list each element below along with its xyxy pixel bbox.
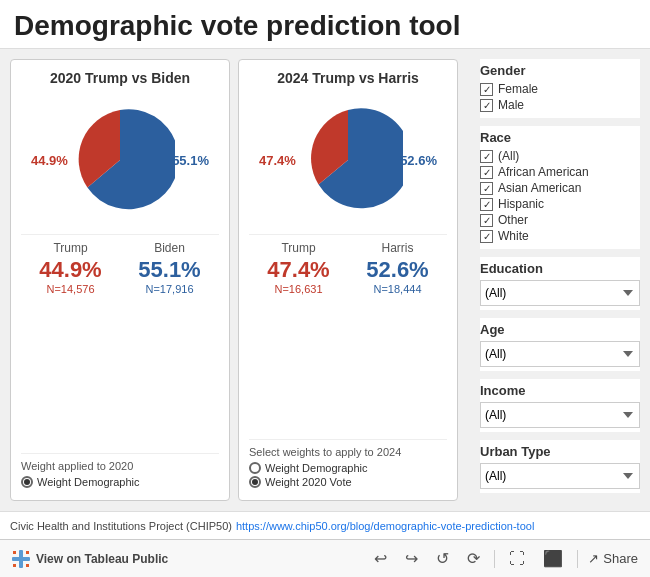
age-filter-title: Age [480, 322, 640, 337]
tableau-brand-label: View on Tableau Public [36, 552, 168, 566]
weight-2020-title: Weight applied to 2020 [21, 460, 219, 472]
education-filter-title: Education [480, 261, 640, 276]
weight-2020-label: Weight Demographic [37, 476, 140, 488]
page-title: Demographic vote prediction tool [14, 10, 636, 42]
race-other-label: Other [498, 213, 528, 227]
trump-2020-pct: 44.9% [39, 257, 101, 283]
trump-2024-stat: Trump 47.4% N=16,631 [267, 241, 329, 295]
pie-2024-trump-label: 47.4% [259, 153, 296, 168]
undo-button[interactable]: ↩ [370, 547, 391, 570]
race-african-label: African American [498, 165, 589, 179]
radio-2024-icon1 [249, 462, 261, 474]
gender-filter-group: Gender ✓ Female ✓ Male [480, 59, 640, 118]
trump-2020-n: N=14,576 [39, 283, 101, 295]
weight-2020-option[interactable]: Weight Demographic [21, 476, 219, 488]
education-dropdown[interactable]: (All) [480, 280, 640, 306]
weight-2020-section: Weight applied to 2020 Weight Demographi… [21, 453, 219, 490]
gender-male-item[interactable]: ✓ Male [480, 98, 640, 112]
trump-2024-label: Trump [267, 241, 329, 255]
footer-link[interactable]: https://www.chip50.org/blog/demographic-… [236, 520, 534, 532]
toolbar: View on Tableau Public ↩ ↪ ↺ ⟳ ⛶ ⬛ ↗ Sha… [0, 539, 650, 577]
income-filter-title: Income [480, 383, 640, 398]
race-white-label: White [498, 229, 529, 243]
pie-2024-container: 47.4% 52.6% [249, 100, 447, 220]
pie-2024-harris-label: 52.6% [400, 153, 437, 168]
urban-filter-title: Urban Type [480, 444, 640, 459]
reset-button[interactable]: ↺ [432, 547, 453, 570]
age-dropdown[interactable]: (All) [480, 341, 640, 367]
header: Demographic vote prediction tool [0, 0, 650, 49]
fullscreen-button[interactable]: ⛶ [505, 548, 529, 570]
race-all-item[interactable]: ✓ (All) [480, 149, 640, 163]
chart-2020-card: 2020 Trump vs Biden 44.9% 55.1% Trump [10, 59, 230, 501]
svg-rect-4 [13, 564, 16, 567]
weight-2024-option2[interactable]: Weight 2020 Vote [249, 476, 447, 488]
harris-2024-label: Harris [366, 241, 428, 255]
race-hispanic-checkbox[interactable]: ✓ [480, 198, 493, 211]
urban-filter-group: Urban Type (All) [480, 440, 640, 493]
refresh-button[interactable]: ⟳ [463, 547, 484, 570]
race-african-item[interactable]: ✓ African American [480, 165, 640, 179]
toolbar-controls: ↩ ↪ ↺ ⟳ ⛶ ⬛ ↗ Share [370, 547, 638, 570]
race-african-checkbox[interactable]: ✓ [480, 166, 493, 179]
race-asian-label: Asian American [498, 181, 581, 195]
pie-2020-chart [65, 105, 175, 215]
income-dropdown[interactable]: (All) [480, 402, 640, 428]
share-button[interactable]: ↗ Share [588, 551, 638, 566]
pie-2020-trump-label: 44.9% [31, 153, 68, 168]
race-filter-title: Race [480, 130, 640, 145]
race-asian-item[interactable]: ✓ Asian American [480, 181, 640, 195]
race-hispanic-label: Hispanic [498, 197, 544, 211]
biden-2020-label: Biden [138, 241, 200, 255]
biden-2020-stat: Biden 55.1% N=17,916 [138, 241, 200, 295]
svg-rect-3 [26, 551, 29, 554]
gender-female-checkbox[interactable]: ✓ [480, 83, 493, 96]
svg-rect-5 [26, 564, 29, 567]
share-icon: ↗ [588, 551, 599, 566]
trump-2020-stat: Trump 44.9% N=14,576 [39, 241, 101, 295]
chart-2024-title: 2024 Trump vs Harris [249, 70, 447, 86]
weight-2024-title: Select weights to apply to 2024 [249, 446, 447, 458]
harris-2024-stat: Harris 52.6% N=18,444 [366, 241, 428, 295]
chart-2020-title: 2020 Trump vs Biden [21, 70, 219, 86]
chart-2024-card: 2024 Trump vs Harris 47.4% 52.6% Trump [238, 59, 458, 501]
svg-rect-2 [13, 551, 16, 554]
race-filter-group: Race ✓ (All) ✓ African American ✓ Asian … [480, 126, 640, 249]
svg-rect-1 [12, 557, 30, 561]
race-all-label: (All) [498, 149, 519, 163]
biden-2020-pct: 55.1% [138, 257, 200, 283]
gender-female-item[interactable]: ✓ Female [480, 82, 640, 96]
stats-2024-row: Trump 47.4% N=16,631 Harris 52.6% N=18,4… [249, 234, 447, 295]
age-filter-group: Age (All) [480, 318, 640, 371]
toolbar-divider [494, 550, 495, 568]
race-white-item[interactable]: ✓ White [480, 229, 640, 243]
toolbar-divider2 [577, 550, 578, 568]
redo-button[interactable]: ↪ [401, 547, 422, 570]
main-container: Demographic vote prediction tool 2020 Tr… [0, 0, 650, 577]
gender-male-checkbox[interactable]: ✓ [480, 99, 493, 112]
biden-2020-n: N=17,916 [138, 283, 200, 295]
race-white-checkbox[interactable]: ✓ [480, 230, 493, 243]
stats-2020-row: Trump 44.9% N=14,576 Biden 55.1% N=17,91… [21, 234, 219, 295]
harris-2024-n: N=18,444 [366, 283, 428, 295]
weight-2024-option1[interactable]: Weight Demographic [249, 462, 447, 474]
race-asian-checkbox[interactable]: ✓ [480, 182, 493, 195]
gender-filter-title: Gender [480, 63, 640, 78]
race-other-item[interactable]: ✓ Other [480, 213, 640, 227]
content-area: 2020 Trump vs Biden 44.9% 55.1% Trump [0, 49, 650, 511]
weight-2024-label2: Weight 2020 Vote [265, 476, 352, 488]
radio-2020-icon [21, 476, 33, 488]
education-filter-group: Education (All) [480, 257, 640, 310]
gender-female-label: Female [498, 82, 538, 96]
trump-2024-pct: 47.4% [267, 257, 329, 283]
race-all-checkbox[interactable]: ✓ [480, 150, 493, 163]
download-button[interactable]: ⬛ [539, 547, 567, 570]
urban-dropdown[interactable]: (All) [480, 463, 640, 489]
race-hispanic-item[interactable]: ✓ Hispanic [480, 197, 640, 211]
tableau-icon [12, 550, 30, 568]
weight-2024-section: Select weights to apply to 2024 Weight D… [249, 439, 447, 490]
tableau-brand[interactable]: View on Tableau Public [12, 550, 168, 568]
radio-2024-icon2 [249, 476, 261, 488]
gender-male-label: Male [498, 98, 524, 112]
race-other-checkbox[interactable]: ✓ [480, 214, 493, 227]
